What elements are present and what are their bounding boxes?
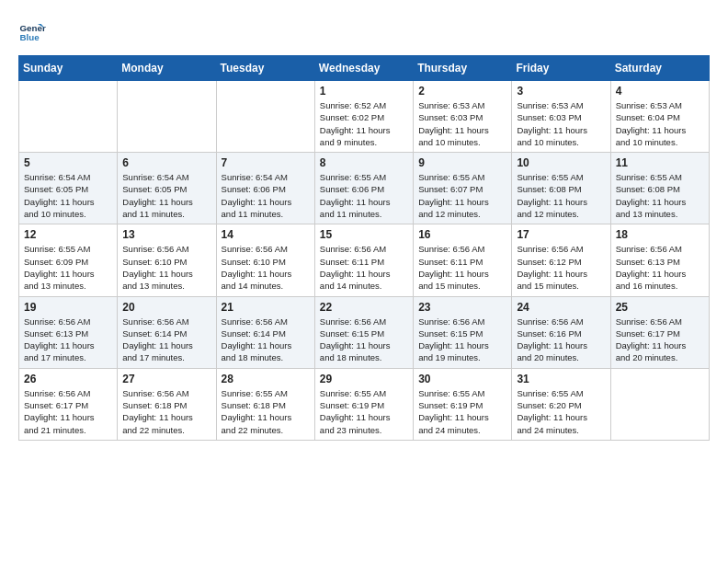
calendar-day-cell: 3Sunrise: 6:53 AM Sunset: 6:03 PM Daylig… <box>512 81 610 153</box>
calendar-header-cell: Wednesday <box>314 56 413 81</box>
day-number: 22 <box>320 301 408 314</box>
day-number: 11 <box>616 156 704 169</box>
calendar-day-cell: 29Sunrise: 6:55 AM Sunset: 6:19 PM Dayli… <box>314 368 413 440</box>
day-info: Sunrise: 6:56 AM Sunset: 6:16 PM Dayligh… <box>517 316 605 364</box>
day-info: Sunrise: 6:56 AM Sunset: 6:15 PM Dayligh… <box>418 316 506 364</box>
calendar-week-row: 5Sunrise: 6:54 AM Sunset: 6:05 PM Daylig… <box>19 153 710 224</box>
day-info: Sunrise: 6:53 AM Sunset: 6:03 PM Dayligh… <box>517 99 605 148</box>
day-number: 24 <box>517 301 605 314</box>
calendar-day-cell: 24Sunrise: 6:56 AM Sunset: 6:16 PM Dayli… <box>512 296 610 368</box>
day-number: 12 <box>24 228 112 241</box>
day-info: Sunrise: 6:55 AM Sunset: 6:19 PM Dayligh… <box>320 387 408 436</box>
day-info: Sunrise: 6:56 AM Sunset: 6:11 PM Dayligh… <box>418 243 506 292</box>
calendar-day-cell: 22Sunrise: 6:56 AM Sunset: 6:15 PM Dayli… <box>314 296 413 368</box>
calendar-day-cell <box>118 81 216 153</box>
calendar-day-cell: 8Sunrise: 6:55 AM Sunset: 6:06 PM Daylig… <box>314 153 413 224</box>
calendar-day-cell: 6Sunrise: 6:54 AM Sunset: 6:05 PM Daylig… <box>118 153 216 224</box>
day-number: 15 <box>320 228 408 241</box>
calendar-day-cell: 2Sunrise: 6:53 AM Sunset: 6:03 PM Daylig… <box>414 81 512 153</box>
day-number: 20 <box>122 301 210 314</box>
calendar-day-cell: 1Sunrise: 6:52 AM Sunset: 6:02 PM Daylig… <box>314 81 413 153</box>
day-info: Sunrise: 6:55 AM Sunset: 6:18 PM Dayligh… <box>222 387 310 436</box>
day-info: Sunrise: 6:56 AM Sunset: 6:10 PM Dayligh… <box>222 243 310 292</box>
calendar-day-cell: 26Sunrise: 6:56 AM Sunset: 6:17 PM Dayli… <box>19 368 118 440</box>
calendar-day-cell <box>216 81 314 153</box>
logo: General Blue <box>18 18 46 46</box>
svg-text:Blue: Blue <box>20 32 40 42</box>
day-number: 27 <box>122 373 210 385</box>
calendar-day-cell: 17Sunrise: 6:56 AM Sunset: 6:12 PM Dayli… <box>512 224 610 296</box>
day-info: Sunrise: 6:56 AM Sunset: 6:10 PM Dayligh… <box>122 243 210 292</box>
calendar-day-cell: 28Sunrise: 6:55 AM Sunset: 6:18 PM Dayli… <box>216 368 314 440</box>
calendar-week-row: 19Sunrise: 6:56 AM Sunset: 6:13 PM Dayli… <box>19 296 710 368</box>
calendar-day-cell: 16Sunrise: 6:56 AM Sunset: 6:11 PM Dayli… <box>414 224 512 296</box>
day-number: 28 <box>222 373 310 385</box>
day-info: Sunrise: 6:55 AM Sunset: 6:20 PM Dayligh… <box>517 387 605 436</box>
calendar-day-cell <box>610 368 709 440</box>
calendar-header-cell: Thursday <box>414 56 512 81</box>
day-number: 21 <box>222 301 310 314</box>
calendar-day-cell: 5Sunrise: 6:54 AM Sunset: 6:05 PM Daylig… <box>19 153 118 224</box>
day-number: 23 <box>418 301 506 314</box>
day-info: Sunrise: 6:55 AM Sunset: 6:19 PM Dayligh… <box>418 387 506 436</box>
day-info: Sunrise: 6:53 AM Sunset: 6:04 PM Dayligh… <box>616 99 704 148</box>
calendar-day-cell: 4Sunrise: 6:53 AM Sunset: 6:04 PM Daylig… <box>610 81 709 153</box>
calendar-day-cell: 25Sunrise: 6:56 AM Sunset: 6:17 PM Dayli… <box>610 296 709 368</box>
day-number: 10 <box>517 156 605 169</box>
day-number: 9 <box>418 156 506 169</box>
calendar-week-row: 26Sunrise: 6:56 AM Sunset: 6:17 PM Dayli… <box>19 368 710 440</box>
svg-text:General: General <box>20 23 47 33</box>
day-number: 1 <box>320 85 408 98</box>
day-number: 3 <box>517 85 605 98</box>
day-info: Sunrise: 6:56 AM Sunset: 6:18 PM Dayligh… <box>122 387 210 436</box>
day-info: Sunrise: 6:55 AM Sunset: 6:09 PM Dayligh… <box>24 243 112 292</box>
calendar-header-row: SundayMondayTuesdayWednesdayThursdayFrid… <box>19 56 710 81</box>
calendar-day-cell: 19Sunrise: 6:56 AM Sunset: 6:13 PM Dayli… <box>19 296 118 368</box>
day-info: Sunrise: 6:52 AM Sunset: 6:02 PM Dayligh… <box>320 99 408 148</box>
day-number: 17 <box>517 228 605 241</box>
calendar-day-cell: 11Sunrise: 6:55 AM Sunset: 6:08 PM Dayli… <box>610 153 709 224</box>
day-number: 13 <box>122 228 210 241</box>
day-number: 26 <box>24 373 112 385</box>
calendar-day-cell: 21Sunrise: 6:56 AM Sunset: 6:14 PM Dayli… <box>216 296 314 368</box>
day-info: Sunrise: 6:55 AM Sunset: 6:08 PM Dayligh… <box>517 171 605 220</box>
day-info: Sunrise: 6:54 AM Sunset: 6:06 PM Dayligh… <box>222 171 310 220</box>
calendar-header-cell: Tuesday <box>216 56 314 81</box>
day-number: 7 <box>222 156 310 169</box>
day-info: Sunrise: 6:56 AM Sunset: 6:13 PM Dayligh… <box>24 316 112 364</box>
page-header: General Blue <box>18 18 710 46</box>
calendar-day-cell: 23Sunrise: 6:56 AM Sunset: 6:15 PM Dayli… <box>414 296 512 368</box>
calendar-day-cell: 30Sunrise: 6:55 AM Sunset: 6:19 PM Dayli… <box>414 368 512 440</box>
calendar-day-cell: 15Sunrise: 6:56 AM Sunset: 6:11 PM Dayli… <box>314 224 413 296</box>
day-info: Sunrise: 6:56 AM Sunset: 6:14 PM Dayligh… <box>122 316 210 364</box>
day-info: Sunrise: 6:56 AM Sunset: 6:11 PM Dayligh… <box>320 243 408 292</box>
day-info: Sunrise: 6:56 AM Sunset: 6:15 PM Dayligh… <box>320 316 408 364</box>
day-number: 31 <box>517 373 605 385</box>
calendar-day-cell: 31Sunrise: 6:55 AM Sunset: 6:20 PM Dayli… <box>512 368 610 440</box>
calendar-day-cell <box>19 81 118 153</box>
calendar-day-cell: 20Sunrise: 6:56 AM Sunset: 6:14 PM Dayli… <box>118 296 216 368</box>
day-number: 8 <box>320 156 408 169</box>
day-info: Sunrise: 6:56 AM Sunset: 6:13 PM Dayligh… <box>616 243 704 292</box>
day-info: Sunrise: 6:55 AM Sunset: 6:08 PM Dayligh… <box>616 171 704 220</box>
day-number: 25 <box>616 301 704 314</box>
day-number: 30 <box>418 373 506 385</box>
calendar-header-cell: Friday <box>512 56 610 81</box>
calendar-day-cell: 27Sunrise: 6:56 AM Sunset: 6:18 PM Dayli… <box>118 368 216 440</box>
day-number: 6 <box>122 156 210 169</box>
calendar-day-cell: 7Sunrise: 6:54 AM Sunset: 6:06 PM Daylig… <box>216 153 314 224</box>
calendar-week-row: 1Sunrise: 6:52 AM Sunset: 6:02 PM Daylig… <box>19 81 710 153</box>
calendar-header-cell: Sunday <box>19 56 118 81</box>
day-number: 14 <box>222 228 310 241</box>
day-info: Sunrise: 6:56 AM Sunset: 6:12 PM Dayligh… <box>517 243 605 292</box>
day-number: 19 <box>24 301 112 314</box>
day-number: 2 <box>418 85 506 98</box>
calendar-day-cell: 18Sunrise: 6:56 AM Sunset: 6:13 PM Dayli… <box>610 224 709 296</box>
day-number: 29 <box>320 373 408 385</box>
day-info: Sunrise: 6:56 AM Sunset: 6:17 PM Dayligh… <box>616 316 704 364</box>
day-info: Sunrise: 6:55 AM Sunset: 6:07 PM Dayligh… <box>418 171 506 220</box>
calendar-day-cell: 9Sunrise: 6:55 AM Sunset: 6:07 PM Daylig… <box>414 153 512 224</box>
day-info: Sunrise: 6:56 AM Sunset: 6:17 PM Dayligh… <box>24 387 112 436</box>
calendar-header-cell: Monday <box>118 56 216 81</box>
calendar-header-cell: Saturday <box>610 56 709 81</box>
